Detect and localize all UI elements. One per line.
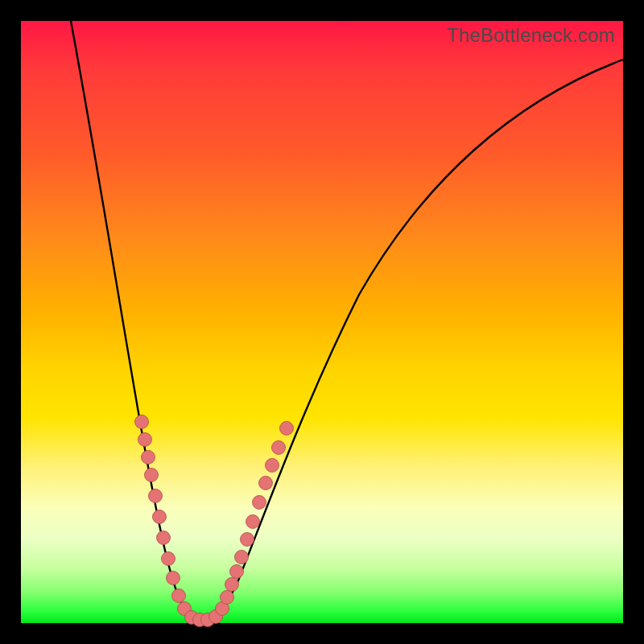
data-dot xyxy=(235,551,249,564)
curve-svg xyxy=(21,21,623,623)
data-dot xyxy=(246,515,260,529)
data-dot xyxy=(253,496,266,510)
data-dot xyxy=(162,552,175,566)
data-dot xyxy=(272,441,286,455)
bottleneck-curve xyxy=(71,21,623,619)
data-dot xyxy=(142,451,155,464)
data-dot xyxy=(167,572,180,585)
data-dot xyxy=(145,469,159,482)
chart-frame: TheBottleneck.com xyxy=(0,0,644,644)
data-dot xyxy=(172,589,186,603)
dots-left-branch xyxy=(135,415,192,616)
data-dot xyxy=(138,433,152,447)
data-dot xyxy=(135,415,149,429)
data-dot xyxy=(157,531,171,545)
data-dot xyxy=(221,591,234,605)
data-dot xyxy=(149,489,163,503)
data-dot xyxy=(225,578,239,592)
data-dot xyxy=(266,459,279,473)
data-dot xyxy=(280,422,294,436)
gradient-plot-area: TheBottleneck.com xyxy=(21,21,623,623)
data-dot xyxy=(259,477,273,490)
data-dot xyxy=(241,533,254,547)
dots-right-branch xyxy=(216,422,294,616)
data-dot xyxy=(230,565,244,579)
data-dot xyxy=(153,510,167,524)
